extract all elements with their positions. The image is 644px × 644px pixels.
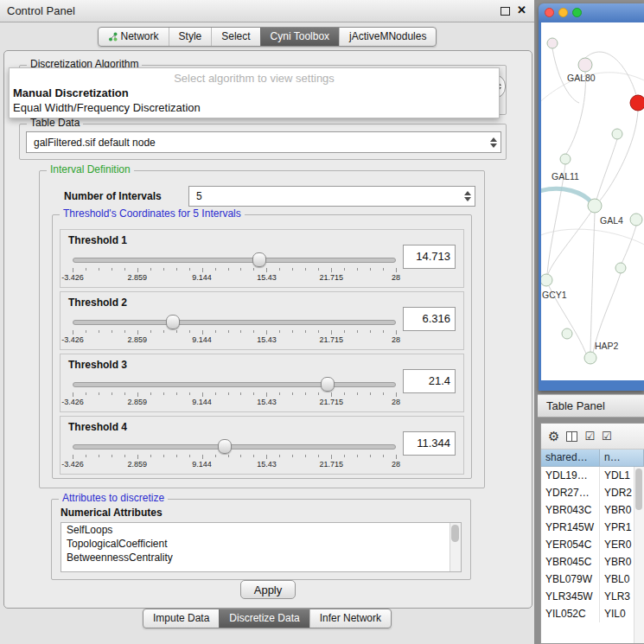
attribute-list-item[interactable]: BetweennessCentrality [61,551,461,564]
columns-icon[interactable] [566,431,577,442]
algorithm-option[interactable]: Equal Width/Frequency Discretization [10,100,499,115]
table-scrollbar[interactable] [634,467,644,643]
network-node-label: GAL4 [600,215,623,226]
checkbox-icon[interactable]: ☑ [602,430,612,442]
table-row[interactable]: YDR27…YDR2 [541,484,644,501]
tab-jactivemodules[interactable]: jActiveMNodules [339,28,436,46]
attributes-group: Attributes to discretize Numerical Attri… [51,499,471,580]
column-header-shared-name[interactable]: shared… [541,450,600,467]
network-node[interactable] [584,352,596,364]
tab-discretize-data[interactable]: Discretize Data [219,609,309,628]
top-tab-bar: Network Style Select Cyni Toolbox jActiv… [98,27,437,47]
table-row[interactable]: YIL052CYIL0 [541,605,644,622]
slider-track[interactable] [73,320,396,325]
zoom-traffic-light[interactable] [572,8,582,17]
slider-tick-labels: -3.4262.8599.14415.4321.71528 [73,460,396,469]
list-scrollbar-thumb[interactable] [451,525,459,542]
attribute-list-item[interactable]: TopologicalCoefficient [61,537,461,551]
threshold-slider[interactable] [73,439,396,453]
interval-definition-legend: Interval Definition [47,163,134,175]
network-graph: GAL80GAL11GAL4GCY1HAP2 [541,22,644,380]
slider-track[interactable] [73,258,396,263]
algorithm-option[interactable]: Manual Discretization [10,86,499,100]
table-cell: YDR27… [541,484,600,501]
slider-track[interactable] [73,444,396,450]
control-panel-titlebar: Control Panel ✕ [0,0,534,22]
close-traffic-light[interactable] [545,8,554,17]
table-row[interactable]: YER054CYER0 [541,536,644,553]
tick-label: 21.715 [319,273,343,282]
network-node[interactable] [615,263,626,273]
list-scrollbar[interactable] [450,523,461,571]
slider-tick-labels: -3.4262.8599.14415.4321.71528 [73,398,396,407]
close-icon[interactable]: ✕ [517,3,526,16]
minimize-traffic-light[interactable] [558,8,568,17]
tab-style[interactable]: Style [169,28,212,46]
checkbox-icon[interactable]: ☑ [584,430,595,442]
slider-tick-labels: -3.4262.8599.14415.4321.71528 [73,335,396,345]
threshold-slider[interactable] [73,252,396,266]
tab-infer-network[interactable]: Infer Network [309,609,391,628]
table-data-group: Table Data galFiltered.sif default node [19,124,507,160]
network-node[interactable] [562,328,572,339]
tab-label: jActiveMNodules [349,30,426,43]
threshold-value-field[interactable]: 14.713 [403,245,456,269]
network-node[interactable] [547,38,558,48]
tab-network[interactable]: Network [99,28,169,46]
table-data-combo-text: galFiltered.sif default node [27,137,487,149]
network-canvas[interactable]: GAL80GAL11GAL4GCY1HAP2 [541,22,644,380]
network-node[interactable] [612,129,622,139]
algorithm-popup-options: Manual DiscretizationEqual Width/Frequen… [10,86,499,115]
tick-label: 15.43 [257,460,277,469]
slider-tick-labels: -3.4262.8599.14415.4321.71528 [73,273,396,283]
network-node[interactable] [588,199,602,213]
attributes-legend: Attributes to discretize [59,492,168,504]
network-node[interactable] [578,58,592,72]
slider-thumb[interactable] [321,377,335,392]
tab-label: Network [121,30,159,43]
threshold-slider[interactable] [73,377,396,391]
table-scrollbar-thumb[interactable] [635,469,642,510]
column-header-name[interactable]: n… [600,450,644,467]
table-row[interactable]: YDL19…YDL1 [541,467,644,484]
tab-select[interactable]: Select [211,28,259,46]
table-cell: YLR345W [541,588,600,605]
slider-thumb[interactable] [218,439,232,454]
network-node[interactable] [630,214,642,226]
table-data-combo[interactable]: galFiltered.sif default node [26,131,501,153]
table-row[interactable]: YBR043CYBR0 [541,501,644,519]
float-window-icon[interactable] [501,7,510,16]
table-row[interactable]: YBL079WYBL0 [541,571,644,588]
numerical-attributes-list[interactable]: SelfLoopsTopologicalCoefficientBetweenne… [61,522,462,572]
slider-thumb[interactable] [166,315,180,329]
table-row[interactable]: YBR045CYBR0 [541,553,644,571]
attribute-list-item[interactable]: SelfLoops [61,523,461,537]
network-node-label: GCY1 [542,290,567,300]
slider-ticks [73,330,396,335]
tick-label: 28 [392,398,400,406]
bottom-tab-row: Impute Data Discretize Data Infer Networ… [0,609,534,628]
network-node[interactable] [560,154,571,164]
tab-cyni-toolbox[interactable]: Cyni Toolbox [260,28,339,46]
threshold-value-field[interactable]: 6.316 [403,307,456,331]
tab-label: Discretize Data [229,612,299,625]
network-node[interactable] [541,274,552,286]
threshold-value-field[interactable]: 11.344 [403,431,456,456]
table-row[interactable]: YPR145WYPR1 [541,519,644,536]
slider-thumb[interactable] [252,252,266,267]
apply-button[interactable]: Apply [240,580,296,599]
slider-ticks [73,268,396,272]
table-panel-title: Table Panel [546,399,605,412]
network-node[interactable] [630,95,644,111]
table-row[interactable]: YLR345WYLR3 [541,588,644,605]
tick-label: -3.426 [61,398,84,406]
slider-track[interactable] [73,382,396,387]
network-window-titlebar[interactable] [539,3,644,22]
threshold-value-field[interactable]: 21.4 [403,369,456,393]
tick-label: 21.715 [319,335,343,344]
number-of-intervals-combo[interactable]: 5 [188,186,475,207]
tab-impute-data[interactable]: Impute Data [143,609,219,628]
threshold-slider[interactable] [73,315,396,328]
gear-icon[interactable]: ⚙ [548,430,559,443]
number-of-intervals-label: Number of Intervals [64,190,162,202]
